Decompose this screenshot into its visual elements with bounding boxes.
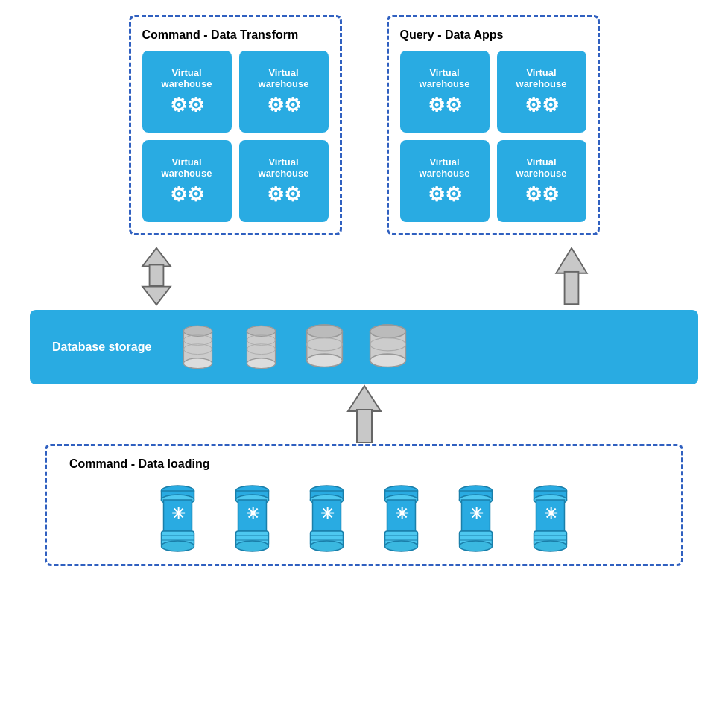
db-cylinder-1: [174, 323, 222, 372]
arrow-left-area: [45, 247, 268, 306]
svg-point-13: [247, 358, 276, 368]
svg-point-73: [460, 541, 493, 551]
loading-tube-5: ✳: [448, 482, 504, 553]
warehouse-label-7: Virtualwarehouse: [420, 156, 470, 179]
loading-tube-3: ✳: [299, 482, 355, 553]
top-row: Command - Data Transform Virtualwarehous…: [15, 15, 713, 235]
svg-marker-3: [556, 248, 586, 273]
database-storage-bar: Database storage: [30, 310, 698, 384]
command-data-transform-title: Command - Data Transform: [142, 28, 329, 42]
command-warehouse-grid: Virtualwarehouse ⚙⚙ Virtualwarehouse ⚙⚙ …: [142, 51, 329, 222]
loading-tube-2: ✳: [224, 482, 280, 553]
warehouse-label-4: Virtualwarehouse: [259, 156, 309, 179]
warehouse-label-3: Virtualwarehouse: [162, 156, 212, 179]
gear-icon-4: ⚙⚙: [267, 183, 301, 206]
warehouse-card-2: Virtualwarehouse ⚙⚙: [239, 51, 329, 133]
gear-icon-7: ⚙⚙: [428, 183, 462, 206]
warehouse-card-5: Virtualwarehouse ⚙⚙: [400, 51, 490, 133]
svg-point-7: [184, 358, 212, 368]
svg-point-20: [307, 325, 343, 337]
loading-icons-row: ✳ ✳: [69, 482, 659, 553]
warehouse-label-6: Virtualwarehouse: [516, 67, 567, 89]
arrow-right-area: [460, 247, 683, 306]
upward-arrow-bottom: [342, 384, 387, 444]
svg-text:✳: ✳: [320, 504, 335, 523]
upward-arrow-right: [549, 247, 594, 306]
gear-icon-3: ⚙⚙: [170, 183, 204, 206]
svg-text:✳: ✳: [544, 504, 558, 523]
svg-point-82: [534, 541, 567, 551]
svg-rect-28: [357, 410, 372, 443]
warehouse-label-5: Virtualwarehouse: [420, 67, 470, 89]
command-data-transform-box: Command - Data Transform Virtualwarehous…: [129, 15, 342, 235]
svg-marker-0: [142, 248, 171, 266]
svg-point-24: [370, 354, 406, 367]
query-warehouse-grid: Virtualwarehouse ⚙⚙ Virtualwarehouse ⚙⚙ …: [400, 51, 586, 222]
svg-marker-27: [348, 386, 381, 411]
svg-point-46: [236, 541, 269, 551]
svg-point-37: [162, 541, 194, 551]
query-data-apps-title: Query - Data Apps: [400, 28, 586, 42]
warehouse-label-2: Virtualwarehouse: [259, 67, 309, 89]
bidirectional-arrow: [134, 247, 179, 306]
diagram-container: Command - Data Transform Virtualwarehous…: [0, 0, 728, 701]
command-data-loading-title: Command - Data loading: [69, 457, 659, 471]
db-cylinder-2: [237, 323, 285, 372]
gear-icon-6: ⚙⚙: [525, 94, 559, 117]
svg-text:✳: ✳: [395, 504, 409, 523]
svg-text:✳: ✳: [469, 504, 484, 523]
middle-arrows-section: [45, 243, 683, 310]
gear-icon-8: ⚙⚙: [525, 183, 559, 206]
warehouse-card-8: Virtualwarehouse ⚙⚙: [497, 140, 586, 222]
svg-text:✳: ✳: [246, 504, 260, 523]
bottom-arrow-section: [15, 384, 713, 444]
warehouse-card-4: Virtualwarehouse ⚙⚙: [239, 140, 329, 222]
warehouse-label-8: Virtualwarehouse: [516, 156, 567, 179]
svg-point-19: [307, 354, 343, 367]
svg-point-55: [311, 541, 344, 551]
warehouse-card-3: Virtualwarehouse ⚙⚙: [142, 140, 232, 222]
loading-tube-1: ✳: [150, 482, 206, 553]
gear-icon-5: ⚙⚙: [428, 94, 462, 117]
svg-rect-1: [150, 264, 164, 285]
warehouse-card-1: Virtualwarehouse ⚙⚙: [142, 51, 232, 133]
svg-marker-2: [142, 287, 171, 305]
warehouse-label-1: Virtualwarehouse: [162, 67, 212, 89]
svg-rect-4: [565, 272, 579, 304]
loading-tube-6: ✳: [522, 482, 578, 553]
gear-icon-1: ⚙⚙: [170, 94, 204, 117]
database-storage-label: Database storage: [52, 340, 151, 354]
db-cylinder-4: [364, 323, 412, 372]
warehouse-card-7: Virtualwarehouse ⚙⚙: [400, 140, 490, 222]
gear-icon-2: ⚙⚙: [267, 94, 301, 117]
command-data-loading-box: Command - Data loading ✳: [45, 444, 683, 566]
svg-point-25: [370, 325, 406, 337]
loading-tube-4: ✳: [373, 482, 429, 553]
warehouse-card-6: Virtualwarehouse ⚙⚙: [497, 51, 586, 133]
svg-point-64: [385, 541, 418, 551]
query-data-apps-box: Query - Data Apps Virtualwarehouse ⚙⚙ Vi…: [387, 15, 600, 235]
db-cylinder-3: [300, 323, 349, 372]
svg-text:✳: ✳: [171, 504, 186, 523]
db-cylinders: [174, 323, 412, 372]
